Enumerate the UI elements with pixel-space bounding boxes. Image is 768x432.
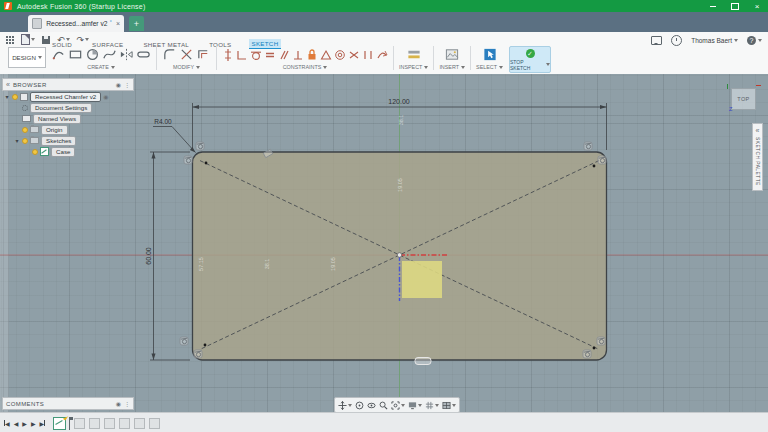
step-back-button[interactable]: ◀ [14, 420, 19, 427]
trim-tool-icon[interactable] [179, 47, 194, 62]
stop-sketch-button[interactable]: ✓ STOP SKETCH [509, 46, 551, 73]
workspace-selector[interactable]: DESIGN [8, 47, 46, 68]
document-settings-label[interactable]: Document Settings [30, 103, 92, 113]
expand-panel-icon[interactable]: « [756, 126, 760, 135]
visibility-bulb-icon[interactable] [22, 127, 28, 133]
document-tab[interactable]: Recessed...amfer v2 ° × [28, 15, 124, 32]
root-component-label[interactable]: Recessed Chamfer v2 [30, 92, 101, 102]
select-tool-icon[interactable] [482, 47, 498, 62]
collapse-panel-icon[interactable]: « [6, 80, 10, 89]
sketches-label[interactable]: Sketches [41, 136, 76, 146]
browser-header[interactable]: « BROWSER ◉ ⋮ [2, 78, 134, 91]
fix-lock-icon[interactable] [306, 48, 318, 61]
minimize-button[interactable] [702, 0, 724, 12]
viewports-button[interactable] [442, 401, 456, 410]
tab-close-icon[interactable]: × [116, 20, 120, 27]
grid-snaps-button[interactable] [425, 401, 439, 410]
parallel-constraint-icon[interactable] [278, 49, 290, 61]
sketch-dimension-icon[interactable] [222, 48, 234, 62]
create-dropdown[interactable]: CREATE [87, 64, 114, 70]
browser-row-sketches[interactable]: ▾ Sketches [2, 135, 134, 146]
curvature-constraint-icon[interactable] [376, 49, 388, 61]
pan-button[interactable] [338, 401, 352, 410]
timeline-future-feature[interactable] [134, 418, 145, 429]
timeline-future-feature[interactable] [149, 418, 160, 429]
skip-to-start-button[interactable]: ◀ [4, 420, 10, 427]
orbit-button[interactable] [355, 401, 364, 410]
timeline-future-feature[interactable] [119, 418, 130, 429]
browser-row-named-views[interactable]: Named Views [2, 113, 134, 124]
origin-label[interactable]: Origin [41, 125, 68, 135]
browser-row-origin[interactable]: Origin [2, 124, 134, 135]
view-cube[interactable]: TOP [731, 88, 756, 110]
timeline-future-feature[interactable] [104, 418, 115, 429]
mirror-tool-icon[interactable] [119, 47, 134, 62]
close-button[interactable]: × [746, 0, 768, 12]
offset-tool-icon[interactable] [196, 47, 211, 62]
panel-menu-icon[interactable]: ⋮ [124, 400, 130, 407]
stop-sketch-label: STOP SKETCH [510, 59, 544, 71]
timeline-future-feature[interactable] [74, 418, 85, 429]
slot-tool-icon[interactable] [136, 47, 151, 62]
visibility-bulb-icon[interactable] [12, 94, 18, 100]
fit-button[interactable] [391, 401, 405, 410]
view-cube-face-label[interactable]: TOP [737, 96, 749, 102]
radio-icon[interactable]: ◉ [103, 93, 108, 100]
display-settings-button[interactable] [408, 401, 422, 410]
inspect-dropdown[interactable]: INSPECT [399, 64, 428, 70]
timeline-future-feature[interactable] [89, 418, 100, 429]
expander-icon[interactable]: ▾ [4, 93, 10, 100]
perpendicular-constraint-icon[interactable] [292, 49, 304, 61]
insert-dropdown[interactable]: INSERT [439, 64, 465, 70]
gear-icon [22, 105, 28, 111]
visibility-bulb-icon[interactable] [22, 138, 28, 144]
symmetry-constraint-icon[interactable] [348, 49, 360, 61]
dot-icon[interactable]: ◉ [116, 400, 121, 407]
browser-root-row[interactable]: ▾ Recessed Chamfer v2 ◉ [2, 91, 134, 102]
zoom-button[interactable] [379, 401, 388, 410]
expander-icon[interactable]: ▾ [14, 137, 20, 144]
timeline-position-marker[interactable] [69, 417, 70, 430]
browser-row-case-sketch[interactable]: Case [2, 146, 134, 157]
chevron-down-icon [196, 66, 200, 69]
skip-to-end-button[interactable]: ▶ [40, 420, 46, 427]
browser-title: BROWSER [13, 82, 113, 88]
modify-dropdown[interactable]: MODIFY [173, 64, 200, 70]
look-at-button[interactable] [367, 401, 376, 410]
look-at-icon [367, 401, 376, 410]
data-panel-button[interactable] [6, 36, 14, 44]
measure-tool-icon[interactable] [406, 47, 422, 62]
constraints-dropdown[interactable]: CONSTRAINTS [283, 64, 328, 70]
panel-menu-icon[interactable]: ⋮ [124, 81, 130, 88]
feedback-icon[interactable] [651, 36, 662, 45]
sketch-palette-tab[interactable]: « SKETCH PALETTE [752, 123, 763, 191]
circle-tool-icon[interactable] [85, 47, 100, 62]
case-sketch-label[interactable]: Case [51, 147, 75, 157]
select-dropdown[interactable]: SELECT [476, 64, 503, 70]
collinear-constraint-icon[interactable] [362, 49, 374, 61]
concentric-constraint-icon[interactable] [334, 49, 346, 61]
help-menu[interactable]: ? [747, 36, 762, 45]
user-account-menu[interactable]: Thomas Baert [691, 37, 738, 44]
play-button[interactable]: ▶ [22, 420, 27, 427]
timeline-sketch-feature[interactable] [53, 417, 66, 430]
equal-constraint-icon[interactable] [264, 49, 276, 61]
job-status-icon[interactable] [671, 35, 682, 46]
arc-tool-icon[interactable] [51, 47, 66, 62]
comments-header[interactable]: COMMENTS ◉ ⋮ [2, 397, 134, 410]
midpoint-constraint-icon[interactable] [320, 49, 332, 61]
visibility-bulb-icon[interactable] [32, 149, 38, 155]
insert-image-icon[interactable] [444, 47, 460, 62]
spline-tool-icon[interactable] [102, 47, 117, 62]
tangent-constraint-icon[interactable] [250, 49, 262, 61]
fillet-tool-icon[interactable] [162, 47, 177, 62]
horizontal-vertical-constraint-icon[interactable] [236, 49, 248, 61]
named-views-label[interactable]: Named Views [33, 114, 81, 124]
file-menu-button[interactable] [21, 34, 35, 45]
display-filter-icon[interactable]: ◉ [116, 81, 121, 88]
new-tab-button[interactable]: + [129, 16, 144, 31]
step-forward-button[interactable]: ▶ [31, 420, 36, 427]
rectangle-tool-icon[interactable] [68, 47, 83, 62]
browser-row-document-settings[interactable]: Document Settings [2, 102, 134, 113]
maximize-button[interactable] [724, 0, 746, 12]
